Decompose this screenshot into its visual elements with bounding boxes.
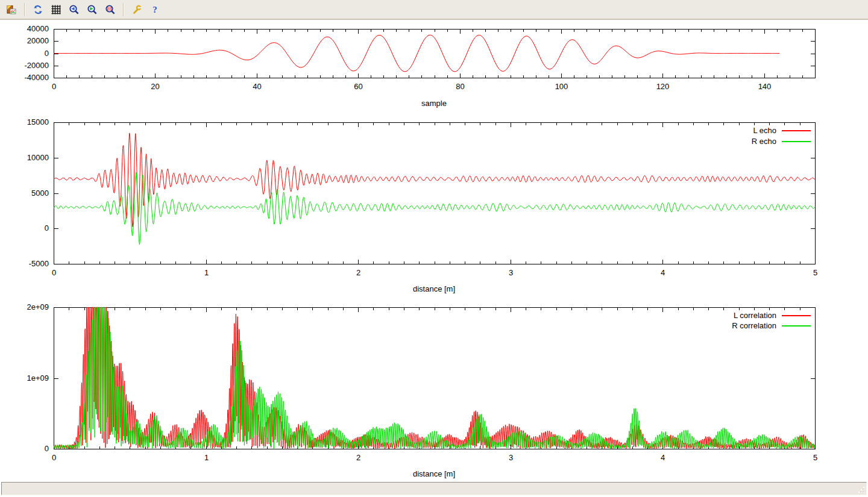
toolbar-separator: [123, 3, 124, 16]
gnuplot-window: 020406080100120140-40000-200000200004000…: [0, 0, 868, 497]
x-tick-label: 5: [797, 268, 834, 278]
plot-area[interactable]: [54, 307, 815, 449]
y-tick-label: 10000: [4, 153, 49, 163]
resize-grip[interactable]: [857, 486, 866, 494]
toolbar: ?: [0, 0, 868, 20]
autoscale-icon: [105, 4, 116, 15]
legend-label: L echo: [753, 126, 776, 135]
x-tick-label: 0: [36, 82, 72, 92]
y-tick-label: 0: [4, 223, 49, 233]
y-tick-label: 0: [4, 444, 49, 454]
x-tick-label: 40: [239, 82, 275, 92]
legend-item-r-echo: R echo: [752, 136, 811, 146]
x-tick-label: 3: [493, 268, 529, 278]
x-tick-label: 3: [493, 453, 529, 463]
y-tick-label: 2e+09: [4, 302, 49, 312]
legend-label: R echo: [752, 137, 776, 146]
configure-button[interactable]: [128, 2, 145, 17]
toolbar-separator: [24, 3, 25, 16]
x-tick-label: 5: [797, 453, 834, 463]
plot-canvas[interactable]: 020406080100120140-40000-200000200004000…: [0, 0, 868, 482]
x-tick-label: 20: [137, 82, 174, 92]
x-tick-label: 140: [747, 82, 783, 92]
y-tick-label: 1e+09: [4, 374, 49, 383]
x-tick-label: 100: [544, 82, 580, 92]
autoscale-button[interactable]: [102, 2, 119, 17]
x-tick-label: 4: [645, 268, 681, 278]
x-tick-label: 2: [341, 453, 377, 463]
zoom-previous-button[interactable]: [66, 2, 83, 17]
x-tick-label: 120: [645, 82, 681, 92]
zoom-previous-icon: [69, 4, 80, 15]
copy-plot-icon: [6, 4, 17, 15]
x-tick-label: 1: [189, 268, 225, 278]
y-tick-label: 15000: [4, 117, 49, 127]
y-tick-label: -20000: [4, 61, 49, 70]
y-tick-label: -40000: [4, 73, 49, 83]
legend-line-sample: [782, 130, 811, 131]
resize-grip-icon: [857, 486, 866, 494]
y-tick-label: 5000: [4, 189, 49, 198]
y-tick-label: 20000: [4, 36, 49, 46]
replot-button[interactable]: [30, 2, 46, 17]
legend-line-sample: [782, 315, 811, 316]
plots-svg[interactable]: [0, 0, 868, 482]
x-axis-label-top: sample: [374, 99, 494, 108]
legend-item-l-correlation: L correlation: [734, 310, 811, 320]
replot-icon: [33, 4, 43, 15]
x-tick-label: 0: [36, 453, 72, 463]
copy-to-clipboard-button[interactable]: [3, 2, 20, 17]
configure-icon: [131, 4, 142, 15]
legend-line-sample: [782, 141, 811, 142]
y-tick-label: 0: [4, 49, 49, 58]
y-tick-label: 40000: [4, 24, 49, 34]
svg-text:?: ?: [153, 5, 157, 14]
x-axis-label-bottom: distance [m]: [374, 469, 494, 479]
y-tick-label: -5000: [4, 259, 49, 269]
x-tick-label: 0: [36, 268, 72, 278]
status-bar: [1, 482, 867, 495]
toggle-grid-button[interactable]: [48, 2, 64, 17]
legend-item-r-correlation: R correlation: [732, 320, 811, 331]
legend-label: L correlation: [734, 311, 776, 320]
x-tick-label: 2: [341, 268, 377, 278]
x-tick-label: 60: [341, 82, 377, 92]
legend-item-l-echo: L echo: [753, 125, 811, 136]
x-tick-label: 4: [645, 453, 681, 463]
x-tick-label: 1: [189, 453, 225, 463]
zoom-next-button[interactable]: [84, 2, 101, 17]
x-axis-label-middle: distance [m]: [374, 284, 494, 294]
zoom-next-icon: [87, 4, 98, 15]
x-tick-label: 80: [442, 82, 479, 92]
grid-icon: [51, 4, 61, 15]
help-icon: ?: [149, 4, 160, 15]
plot-area[interactable]: [54, 122, 815, 264]
legend-line-sample: [782, 325, 811, 327]
legend-label: R correlation: [732, 321, 776, 330]
help-button[interactable]: ?: [146, 2, 163, 17]
